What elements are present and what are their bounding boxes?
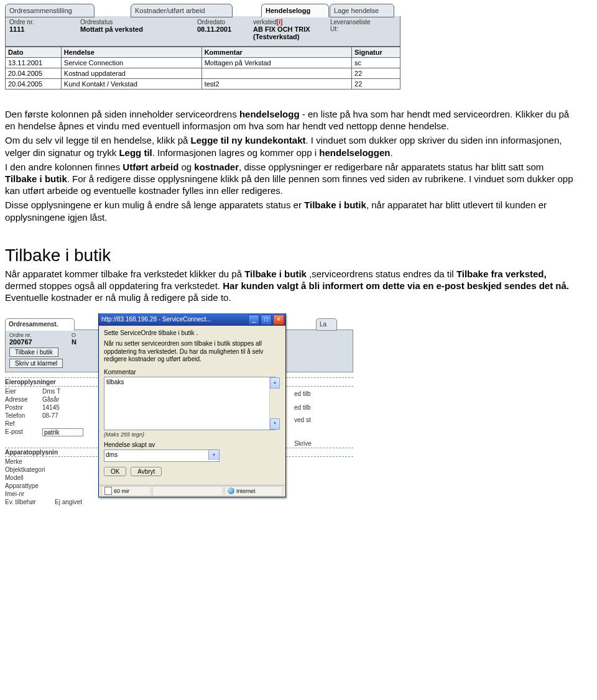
avbryt-button[interactable]: Avbryt (131, 467, 162, 476)
bg-objektkategori-label: Objektkategori (5, 466, 55, 473)
ordredato-value: 08.11.2001 (197, 25, 253, 33)
tabs-row: Ordresammenstilling Kostnader/utført arb… (5, 2, 400, 16)
text-bold: Har kunden valgt å bli informert om dett… (223, 280, 569, 291)
bg-tab-active[interactable]: Ordresammenst. (5, 318, 75, 331)
bg-tilbehor-value: Ej angivet (55, 499, 82, 505)
text: I den andre kolonnen finnes (5, 162, 123, 172)
dialog-titlebar[interactable]: http://83.168.196.28 - ServiceConnect...… (99, 313, 285, 326)
statusbar-left: 60 mir (101, 486, 151, 496)
cell-hendelse: Kostnad uppdaterad (61, 68, 201, 79)
dialog-paragraph: Når nu setter serviceordren som tilbake … (104, 340, 280, 364)
ordrestatus-value: Mottatt på verksted (80, 25, 197, 33)
close-icon[interactable]: × (273, 315, 284, 325)
bg-imei-label: Imei-nr (5, 490, 42, 497)
verksted-label: verksted[i] (253, 19, 330, 25)
cell-dato: 20.04.2005 (6, 79, 62, 90)
scroll-up-icon[interactable]: ▴ (270, 377, 280, 389)
bg-ordrenr-label: Ordre nr. (9, 332, 53, 338)
bg-merke-label: Merke (5, 458, 42, 465)
screenshot-tilbake-dialog: Ordresammenst. La Ordre nr. 200767 O N T… (5, 317, 353, 553)
text: Eventuelle kostnader er nå mulig å redig… (5, 292, 231, 303)
bg-right-text: ved st (294, 417, 311, 423)
bg-tab-partial[interactable]: La (316, 318, 337, 331)
text: ,serviceordrens status endres da til (307, 269, 456, 279)
bg-ref-label: Ref (5, 420, 42, 427)
kommentar-label: Kommentar (104, 369, 280, 375)
text: . Informasjonen lagres og kommer opp i (152, 147, 319, 158)
text-bold: Tilbake i butik (244, 269, 307, 279)
tab-ordresammenstilling[interactable]: Ordresammenstilling (5, 4, 95, 17)
leveranseliste-label: Leveranseliste (330, 19, 392, 25)
bg-group-eier-label: Eieropplysninger (5, 379, 56, 385)
globe-icon (228, 487, 234, 494)
order-info-bar: Ordre nr. 1111 Ordrestatus Mottatt på ve… (5, 16, 400, 47)
bg-group-apparat-label: Apparatopplysnin (5, 449, 58, 456)
text: , disse opplysninger er redigerbare når … (239, 162, 544, 172)
table-row[interactable]: 13.11.2001 Service Connection Mottagen p… (6, 58, 400, 68)
text: og (178, 162, 194, 172)
text: dermed stoppes også all oppdatering fra … (5, 280, 223, 291)
textarea-scrollbar[interactable]: ▴ ▾ (269, 377, 280, 430)
text: Den første kolonnen på siden inneholder … (5, 109, 239, 119)
bg-right-text: Skrive (294, 440, 312, 447)
cell-kommentar: Mottagen på Verkstad (201, 58, 351, 68)
bg-ordrenr-value: 200767 (9, 338, 53, 346)
text: Når apparatet kommer tilbake fra verkste… (5, 269, 244, 279)
maximize-icon[interactable]: □ (261, 315, 272, 325)
skapt-av-select[interactable]: dms ▾ (104, 449, 220, 462)
skapt-av-label: Hendelse skapt av (104, 441, 280, 448)
chevron-down-icon[interactable]: ▾ (208, 450, 219, 460)
section-title-tilbake: Tilbake i butik (5, 246, 597, 265)
bg-adresse-value: Gåsår (42, 396, 59, 403)
bg-epost-input[interactable]: patrik (42, 428, 83, 436)
bg-adresse-label: Adresse (5, 396, 42, 403)
text-bold: Legge til ny kundekontakt (190, 135, 305, 145)
col-kommentar: Kommentar (201, 47, 351, 58)
kommentar-textarea[interactable]: tilbaks (104, 377, 275, 430)
tab-lage-hendelse[interactable]: Lage hendelse (330, 4, 394, 17)
ut-label: Ut: (330, 25, 392, 32)
page-icon (104, 487, 112, 495)
table-row[interactable]: 20.04.2005 Kund Kontakt / Verkstad test2… (6, 79, 400, 90)
statusbar-right-text: Internet (236, 487, 256, 495)
col-signatur: Signatur (352, 47, 400, 58)
table-row[interactable]: 20.04.2005 Kostnad uppdaterad 22 (6, 68, 400, 79)
bg-postnr-label: Postnr (5, 404, 42, 411)
text-bold: Tilbake i butik (5, 173, 67, 184)
bg-btn-skriv[interactable]: Skriv ut klarmel (9, 359, 63, 368)
info-icon[interactable]: [i] (277, 19, 282, 25)
bg-btn-tilbake[interactable]: Tilbake i butik (9, 348, 58, 357)
ordredato-label: Ordredato (197, 19, 253, 25)
screenshot-hendelselogg: Ordresammenstilling Kostnader/utført arb… (5, 2, 400, 90)
article-body-2: Når apparatet kommer tilbake fra verkste… (5, 268, 577, 304)
bg-epost-label: E-post (5, 428, 42, 435)
scroll-down-icon[interactable]: ▾ (270, 418, 280, 430)
hendelse-table: Dato Hendelse Kommentar Signatur 13.11.2… (5, 47, 400, 90)
ok-button[interactable]: OK (104, 467, 126, 476)
verksted-value: AB FIX OCH TRIX (Testverkstad) (253, 25, 330, 40)
cell-kommentar: test2 (201, 79, 351, 90)
text-bold: hendelselogg (239, 109, 300, 119)
bg-ordrestatus-value: N (72, 338, 84, 346)
maks-tegn-hint: (Maks 255 tegn) (104, 431, 280, 438)
ordre-nr-label: Ordre nr. (9, 19, 80, 25)
bg-telefon-label: Telefon (5, 412, 42, 419)
bg-ordrestatus-label: O (72, 332, 84, 338)
text-bold: Tilbake fra verksted, (456, 269, 547, 279)
col-dato: Dato (6, 47, 62, 58)
cell-hendelse: Kund Kontakt / Verkstad (61, 79, 201, 90)
tab-kostnader[interactable]: Kostnader/utført arbeid (131, 4, 233, 17)
text-bold: kostnader (194, 162, 239, 172)
bg-right-text: ed tilb (294, 390, 311, 397)
statusbar-mid (152, 486, 223, 496)
bg-modell-label: Modell (5, 474, 42, 481)
tab-hendelselogg[interactable]: Hendelselogg (261, 4, 329, 17)
text-bold: Utført arbeid (123, 162, 178, 172)
statusbar-right: Internet (224, 486, 283, 496)
text: Disse opplysningene er kun mulig å endre… (5, 200, 304, 210)
bg-apparattype-label: Apparattype (5, 482, 55, 489)
ordrestatus-label: Ordrestatus (80, 19, 197, 25)
bg-tilbehor-label: Ev. tilbehør (5, 499, 55, 505)
minimize-icon[interactable]: _ (248, 315, 259, 325)
dialog-heading: Sette ServiceOrdre tilbake i butik . (104, 329, 280, 336)
